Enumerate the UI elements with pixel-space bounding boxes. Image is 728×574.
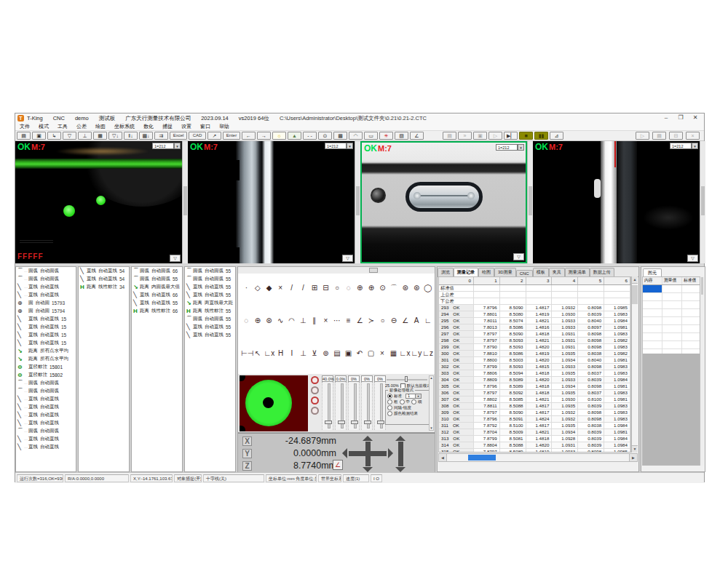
list-item[interactable]: ⌒ 圆弧 自动圆弧 55 — [185, 267, 235, 275]
menu-item[interactable]: 文件 — [15, 123, 34, 130]
tool-icon[interactable]: ⊻ — [309, 348, 320, 359]
backlight-icon[interactable] — [311, 396, 319, 404]
tool-icon[interactable]: ⋯ — [332, 315, 343, 326]
list-item[interactable]: ⊖ 直径标注 15801 — [16, 363, 76, 371]
tool-icon[interactable]: ○ — [377, 315, 388, 326]
palette-header-button[interactable] — [369, 268, 378, 273]
list-item[interactable]: ╲ ⋯ 直线 自动直线 — [16, 411, 76, 419]
list-item[interactable]: ╲ 直线 自动直线 55 — [132, 299, 182, 307]
list-item[interactable]: ╲ 直线 自动直线 15 — [16, 339, 76, 347]
tab[interactable]: 数据上传 — [590, 268, 614, 276]
close-button[interactable]: ✕ — [688, 113, 703, 123]
tool-icon[interactable]: ≻ — [366, 315, 377, 326]
list-item[interactable]: ⊕ 圆 自动圆 15793 — [16, 299, 76, 307]
segment-light-icon[interactable] — [311, 407, 319, 415]
tab[interactable]: 测量清单 — [565, 268, 590, 276]
menu-item[interactable]: 帮助 — [215, 123, 234, 130]
camera-select-dropdown[interactable]: 1=212 — [670, 143, 692, 149]
table-row[interactable]: 306 OK 7.8797 8.5092 1.4818 1.0935 0.803… — [439, 390, 630, 396]
mode-fine-radio[interactable] — [411, 399, 416, 404]
column-header[interactable]: 4 — [552, 277, 578, 284]
tool-icon[interactable]: ◯ — [423, 282, 434, 293]
camera-resize-icon[interactable]: ▽ — [342, 255, 353, 262]
camera1-scrollbar[interactable] — [182, 141, 188, 263]
tool-icon[interactable]: × — [377, 348, 387, 359]
list-item[interactable]: ⌒ 圆弧 自动圆弧 55 — [185, 315, 235, 323]
list-item[interactable]: ╲ 直线 自动直线 15 — [16, 331, 76, 339]
tool-icon[interactable]: × — [275, 282, 286, 293]
table-row[interactable]: 308 OK 7.8811 8.5088 1.4817 1.0935 0.803… — [439, 403, 630, 410]
tool-icon[interactable]: ▤ — [332, 348, 342, 359]
slider-track[interactable] — [335, 382, 347, 430]
table-row[interactable] — [643, 333, 700, 341]
toolbar-button[interactable]: ☼ — [272, 132, 286, 140]
list-item[interactable]: ⊖ 直径标注 15802 — [16, 371, 76, 379]
element-panel-scrollbar[interactable] — [700, 276, 704, 466]
light-channel-slider[interactable]: 0.0% — [335, 375, 347, 430]
tool-icon[interactable]: ▣ — [343, 348, 353, 359]
tab[interactable]: 绘图 — [478, 268, 494, 276]
list-item[interactable]: ╲ 直线 自动直线 55 — [185, 291, 235, 299]
tool-icon[interactable]: ∟x — [400, 348, 411, 359]
list-item[interactable]: ⌒ ⋯ 圆弧 自动圆弧 — [16, 267, 76, 275]
scroll-right-icon[interactable]: ▶ — [629, 454, 637, 461]
column-header[interactable]: 标准值 — [682, 277, 700, 284]
list-item[interactable]: ⌒ 圆弧 自动圆弧 66 — [132, 267, 182, 275]
tool-icon[interactable]: ⊖ — [389, 315, 400, 326]
ring-light-preview[interactable] — [240, 375, 308, 431]
column-header[interactable]: 2 — [500, 277, 526, 284]
table-row[interactable] — [643, 309, 700, 317]
tab[interactable]: 3D测量 — [494, 268, 516, 276]
toolbar-button[interactable]: ✳ — [379, 132, 393, 140]
table-row[interactable]: 上公差 — [439, 292, 630, 298]
scroll-left-icon[interactable]: ◀ — [439, 454, 447, 461]
scroll-down-icon[interactable]: ▼ — [632, 445, 638, 453]
menu-item[interactable]: 数化 — [139, 123, 158, 130]
coax-light-icon[interactable] — [311, 386, 319, 394]
tool-icon[interactable]: / — [286, 282, 297, 293]
tool-icon[interactable]: ⊕ — [253, 315, 264, 326]
camera-view-4[interactable]: OK M:7 1=212 ▾ ▽ — [533, 141, 700, 263]
table-row[interactable]: 312 OK 7.8704 8.5009 1.4821 1.0934 0.803… — [439, 429, 630, 436]
light-channel-slider[interactable]: 0% — [361, 375, 373, 430]
toolbar-button[interactable]: - - — [303, 132, 317, 140]
tool-icon[interactable]: ⊕ — [355, 282, 365, 293]
table-row[interactable]: 311 OK 7.8792 8.5100 1.4817 1.0935 0.803… — [439, 423, 630, 429]
scroll-up-icon[interactable]: ▲ — [632, 276, 638, 284]
table-row[interactable] — [643, 317, 700, 325]
table-row[interactable]: 310 OK 7.8796 8.5091 1.4824 1.0932 0.809… — [439, 416, 630, 423]
toolbar-button[interactable]: » — [458, 132, 472, 140]
toolbar-button[interactable]: ← — [242, 132, 256, 140]
table-vertical-scrollbar[interactable]: ▲ ▼ — [631, 276, 638, 453]
table-row[interactable]: 303 OK 7.8806 8.5094 1.4818 1.0935 0.803… — [439, 370, 630, 377]
slider-thumb[interactable] — [405, 376, 408, 382]
list-item[interactable]: ⌒ ⋯ 圆弧 自动圆弧 — [16, 387, 76, 395]
light-panel-scrollbar[interactable]: ▲ ▼ — [429, 375, 434, 431]
list-item[interactable]: ⌒ 圆弧 自动圆弧 55 — [132, 275, 182, 283]
tool-icon[interactable]: ⊞ — [309, 282, 320, 293]
menu-item[interactable]: 窗口 — [196, 123, 215, 130]
tool-icon[interactable]: ⌒ — [389, 282, 400, 293]
tool-icon[interactable]: ⊙ — [377, 282, 388, 293]
mode-color-radio[interactable] — [387, 411, 392, 416]
list-item[interactable]: ⌒ ⋯ 圆弧 自动圆弧 — [16, 379, 76, 387]
table-row[interactable]: 300 OK 7.8810 8.5086 1.4819 1.0935 0.803… — [439, 351, 630, 357]
column-header[interactable]: 6 — [604, 277, 630, 284]
scroll-up-icon[interactable]: ▲ — [430, 376, 432, 380]
column-header[interactable]: 测量值 — [662, 277, 682, 284]
tool-icon[interactable]: · — [241, 282, 252, 293]
jog-xy-vertical-arrow[interactable] — [365, 442, 371, 466]
table-row[interactable]: 下公差 — [439, 298, 630, 305]
list-item[interactable]: ╲ 直线 自动直线 54 — [79, 275, 129, 283]
tool-icon[interactable]: ∠ — [355, 315, 365, 326]
tool-icon[interactable]: ≡ — [343, 315, 354, 326]
list-item[interactable]: ⌒ 圆弧 自动圆弧 55 — [185, 275, 235, 283]
jog-z-arrow[interactable] — [398, 442, 403, 466]
table-row[interactable]: 313 OK 7.8799 8.5081 1.4818 1.0928 0.803… — [439, 436, 630, 442]
tool-icon[interactable]: ↶ — [355, 348, 365, 359]
tool-icon[interactable]: ◆ — [264, 282, 274, 293]
camera-view-1[interactable]: OK M:7 1=212 ▾ FFFFF ▽ — [15, 141, 182, 263]
column-header[interactable]: 3 — [526, 277, 553, 284]
slider-thumb[interactable] — [377, 420, 384, 424]
camera3-scrollbar[interactable] — [527, 141, 533, 263]
